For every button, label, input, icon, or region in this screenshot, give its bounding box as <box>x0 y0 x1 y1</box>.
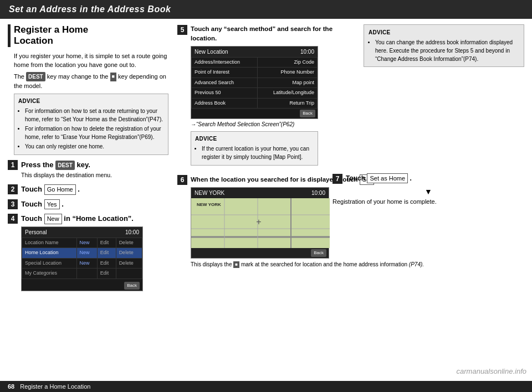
table-row: Address Book Return Trip <box>192 98 318 109</box>
screen-4-back-row: Back <box>22 279 142 291</box>
step-1-num: 1 <box>8 160 18 170</box>
page-footer: 68 Register a Home Location <box>0 381 532 392</box>
right-advice-item: You can change the address book informat… <box>375 38 519 63</box>
search-screen-header: New Location 10:00 <box>191 47 318 57</box>
section-heading: Register a Home Location <box>8 24 168 47</box>
section-intro: If you register your home, it is simple … <box>14 51 168 91</box>
set-as-home-button-label: Set as Home <box>367 173 408 184</box>
step-5: 5 Touch any “search method” and search f… <box>177 24 358 170</box>
page-number: 68 <box>8 383 14 390</box>
step-3-content: Touch Yes . <box>21 199 168 210</box>
new-button-label: New <box>44 214 62 224</box>
nav-screen-body: Adjust Set <box>191 198 329 248</box>
table-row: Special Location New Edit Delete <box>22 258 142 269</box>
screen-4-back-btn: Back <box>124 282 140 290</box>
screen-4-table: Location Name New Edit Delete Home Locat… <box>22 238 142 279</box>
step-5-content: Touch any “search method” and search for… <box>191 24 358 170</box>
search-screen-mock: New Location 10:00 Address/Intersection … <box>191 46 318 120</box>
right-column: ADVICE You can change the address book i… <box>177 24 524 375</box>
step5-advice-title: ADVICE <box>195 135 314 143</box>
advice-title: ADVICE <box>18 97 164 105</box>
nav-screen-header: NEW YORK 10:00 <box>191 188 329 198</box>
go-home-button-label: Go Home <box>44 184 76 195</box>
yes-button-label: Yes <box>44 199 60 210</box>
step-7-content: Touch Set as Home . <box>346 173 412 184</box>
page-container: Set an Address in the Address Book Regis… <box>0 0 532 392</box>
step-2: 2 Touch Go Home . <box>8 184 168 195</box>
step-2-num: 2 <box>8 184 18 194</box>
step-7-num: 7 <box>332 174 342 184</box>
page-header: Set an Address in the Address Book <box>0 0 532 19</box>
section-heading-bar <box>8 24 11 47</box>
footer-section-name: Register a Home Location <box>20 383 90 390</box>
step-4-num: 4 <box>8 214 18 224</box>
step-6-num: 6 <box>177 175 187 185</box>
nav-screen-mock: NEW YORK 10:00 Adjust Set <box>191 187 329 259</box>
dest-key: DEST <box>26 72 45 81</box>
right-advice-title: ADVICE <box>369 28 519 37</box>
nav-map-svg: + NEW YORK <box>191 198 330 248</box>
advice-item: You can only register one home. <box>25 142 164 151</box>
step-1-content: Press the DEST key. This displays the de… <box>21 159 168 180</box>
nav-caption: This displays the ■ mark at the searched… <box>191 260 524 269</box>
screen5-caption: →“Search Method Selection Screen”(P62) <box>191 120 358 128</box>
main-content: Register a Home Location If you register… <box>0 19 532 381</box>
step5-advice: ADVICE If the current location is your h… <box>191 131 318 166</box>
screen-4-mock: Personal 10:00 Location Name New Edit De… <box>21 226 143 291</box>
step-3-num: 3 <box>8 199 18 209</box>
step-6-content: When the location you searched for is di… <box>191 174 524 269</box>
left-advice-box: ADVICE For information on how to set a r… <box>14 94 168 155</box>
screen-4-header: Personal 10:00 <box>22 227 142 238</box>
table-row: Location Name New Edit Delete <box>22 238 142 248</box>
search-back-row: Back <box>191 109 318 118</box>
step-6: 6 When the location you searched for is … <box>177 174 524 269</box>
step-1: 1 Press the DEST key. This displays the … <box>8 159 168 180</box>
section-heading-text: Register a Home Location <box>14 24 88 47</box>
table-row: Previous 50 Latitude/Longitude <box>192 88 318 99</box>
table-row: Point of Interest Phone Number <box>192 68 318 78</box>
left-column: Register a Home Location If you register… <box>8 24 168 375</box>
step-4-content: Touch New in “Home Location”. Personal 1… <box>21 213 168 291</box>
table-row: Advanced Search Map point <box>192 78 318 88</box>
svg-text:+: + <box>256 217 261 226</box>
right-advice-box: ADVICE You can change the address book i… <box>364 24 524 67</box>
page-title: Set an Address in the Address Book <box>9 4 171 14</box>
step1-dest-key: DEST <box>55 161 75 170</box>
nav-screen-footer: Back <box>191 248 329 258</box>
step-2-content: Touch Go Home . <box>21 184 168 195</box>
table-row: Address/Intersection Zip Code <box>192 57 318 68</box>
advice-item: For information on how to delete the reg… <box>25 125 164 141</box>
svg-text:NEW YORK: NEW YORK <box>197 202 221 207</box>
search-table: Address/Intersection Zip Code Point of I… <box>191 57 318 109</box>
watermark: carmanualsonline.info <box>457 367 526 375</box>
nav-back-btn[interactable]: Back <box>311 249 326 257</box>
step-3: 3 Touch Yes . <box>8 199 168 210</box>
search-back-btn: Back <box>300 110 315 117</box>
advice-item: For information on how to set a route re… <box>25 107 164 123</box>
step-4: 4 Touch New in “Home Location”. Personal… <box>8 213 168 291</box>
advice-list: For information on how to set a route re… <box>18 107 164 151</box>
step-5-num: 5 <box>177 25 187 35</box>
table-row: My Categories Edit <box>22 269 142 279</box>
table-row: Home Location New Edit Delete <box>22 248 142 259</box>
